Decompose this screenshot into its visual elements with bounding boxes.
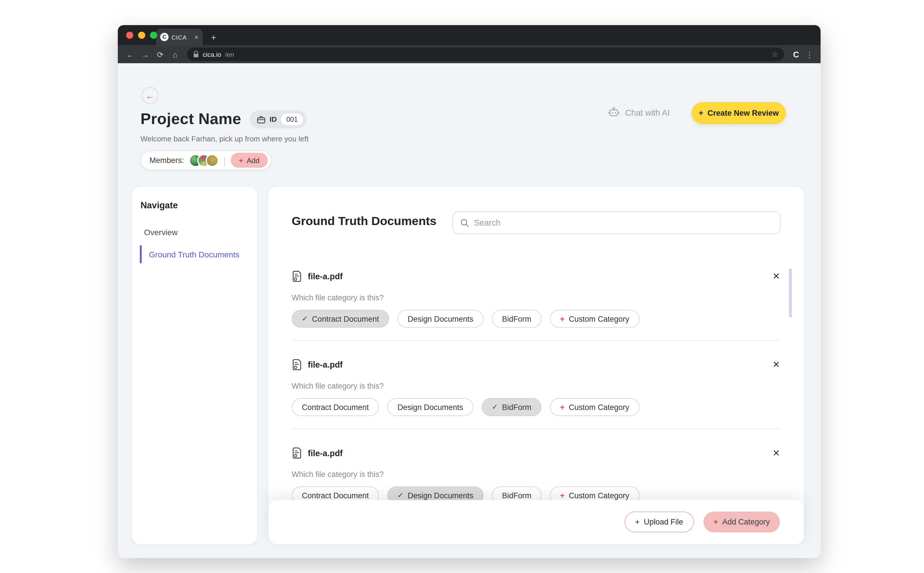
remove-file-icon[interactable]: ✕ <box>772 448 780 459</box>
bookmark-star-icon[interactable]: ☆ <box>772 50 778 59</box>
browser-window: C CICA × + ← → ⟳ ⌂ cica.io/en ☆ C ⋮ ← <box>118 25 820 558</box>
cica-logo-icon: C <box>793 50 799 59</box>
entry-divider <box>292 340 780 341</box>
chip-label: Custom Category <box>569 402 629 412</box>
page-content: ← Project Name ID 001 Chat with AI + Cre… <box>118 63 820 558</box>
remove-file-icon[interactable]: ✕ <box>772 359 780 370</box>
upload-file-label: Upload File <box>644 518 683 526</box>
back-icon[interactable]: ← <box>125 50 136 59</box>
add-member-button[interactable]: + Add <box>231 153 268 168</box>
search-icon <box>460 218 469 227</box>
tab-close-icon[interactable]: × <box>195 33 199 41</box>
create-new-review-button[interactable]: + Create New Review <box>692 102 786 124</box>
chip-label: Design Documents <box>408 491 473 500</box>
create-new-review-label: Create New Review <box>708 109 779 118</box>
chat-with-ai-button[interactable]: Chat with AI <box>608 104 670 122</box>
file-entry: file-a.pdf ✕ Which file category is this… <box>292 444 780 504</box>
category-chip-contract-document[interactable]: ✓ Contract Document <box>292 310 389 328</box>
members-bar: Members: | + Add <box>140 150 271 170</box>
chip-label: Contract Document <box>302 402 369 412</box>
file-entry: file-a.pdf ✕ Which file category is this… <box>292 356 780 416</box>
members-divider: | <box>223 155 226 165</box>
plus-icon: + <box>635 518 640 526</box>
briefcase-icon <box>257 116 265 123</box>
chip-label: Custom Category <box>569 314 629 323</box>
plus-icon: + <box>239 156 243 164</box>
home-icon[interactable]: ⌂ <box>170 50 180 59</box>
chip-label: Contract Document <box>312 314 379 323</box>
upload-file-button[interactable]: + Upload File <box>624 512 694 532</box>
id-label: ID <box>270 115 277 124</box>
file-name: file-a.pdf <box>308 271 343 281</box>
project-id-badge: ID 001 <box>250 111 307 128</box>
member-avatars <box>189 154 219 167</box>
sidebar-item-overview[interactable]: Overview <box>144 228 177 237</box>
welcome-subtitle: Welcome back Farhan, pick up from where … <box>140 135 308 143</box>
remove-file-icon[interactable]: ✕ <box>772 271 780 282</box>
check-icon: ✓ <box>492 403 498 411</box>
search-box <box>452 211 781 234</box>
address-bar[interactable]: cica.io/en ☆ <box>187 48 784 61</box>
maximize-window-button[interactable] <box>150 32 157 39</box>
category-chip-bidform[interactable]: BidForm <box>492 310 541 328</box>
minimize-window-button[interactable] <box>138 32 145 39</box>
browser-tab-strip: C CICA × + <box>118 25 820 45</box>
chip-label: Contract Document <box>302 491 369 500</box>
file-name: file-a.pdf <box>308 360 343 369</box>
avatar <box>206 154 219 167</box>
chip-label: BidForm <box>502 491 531 500</box>
chip-label: Custom Category <box>569 491 629 500</box>
category-chip-design-documents[interactable]: Design Documents <box>387 398 473 416</box>
members-label: Members: <box>149 156 184 165</box>
category-question: Which file category is this? <box>292 293 780 302</box>
robot-icon <box>608 107 620 119</box>
plus-icon: + <box>714 518 718 526</box>
category-question: Which file category is this? <box>292 381 780 390</box>
refresh-icon[interactable]: ⟳ <box>155 50 165 59</box>
file-attachment-icon <box>292 359 302 371</box>
add-category-button[interactable]: + Add Category <box>703 512 780 532</box>
new-tab-icon[interactable]: + <box>211 32 216 42</box>
chip-label: BidForm <box>502 402 531 412</box>
url-path: /en <box>225 51 234 58</box>
forward-icon[interactable]: → <box>140 50 151 59</box>
file-entry: file-a.pdf ✕ Which file category is this… <box>292 268 780 328</box>
search-input[interactable] <box>474 218 773 227</box>
browser-toolbar: ← → ⟳ ⌂ cica.io/en ☆ C ⋮ <box>118 45 820 63</box>
close-window-button[interactable] <box>126 32 133 39</box>
scrollbar-thumb[interactable] <box>789 269 792 318</box>
footer-action-bar: + Upload File + Add Category <box>268 500 804 544</box>
sidebar-title: Navigate <box>140 200 177 210</box>
ground-truth-documents-panel: Ground Truth Documents file-a.pdf ✕ <box>268 187 804 545</box>
custom-category-chip[interactable]: + Custom Category <box>550 310 639 328</box>
chip-label: Design Documents <box>408 314 473 323</box>
lock-icon <box>193 51 199 58</box>
category-chip-design-documents[interactable]: Design Documents <box>398 310 484 328</box>
tab-title: CICA <box>171 34 191 41</box>
back-button[interactable]: ← <box>142 87 158 104</box>
plus-icon: + <box>560 491 565 500</box>
browser-menu-icon[interactable]: ⋮ <box>806 50 813 59</box>
file-attachment-icon <box>292 447 302 459</box>
id-value: 001 <box>281 113 303 125</box>
screenshot-canvas: C CICA × + ← → ⟳ ⌂ cica.io/en ☆ C ⋮ ← <box>0 0 924 573</box>
plus-icon: + <box>560 314 565 323</box>
file-attachment-icon <box>292 270 302 282</box>
add-member-label: Add <box>246 156 259 164</box>
chat-with-ai-label: Chat with AI <box>625 108 670 117</box>
browser-tab[interactable]: C CICA × <box>156 28 202 45</box>
category-chips: ✓ Contract Document Design Documents Bid… <box>292 310 780 328</box>
page-title: Project Name <box>140 110 241 128</box>
check-icon: ✓ <box>397 492 403 500</box>
category-chip-bidform[interactable]: ✓ BidForm <box>482 398 541 416</box>
navigate-sidebar: Navigate Overview Ground Truth Documents <box>132 187 257 545</box>
chip-label: Design Documents <box>397 402 463 412</box>
category-chip-contract-document[interactable]: Contract Document <box>292 398 379 416</box>
entry-divider <box>292 429 780 429</box>
sidebar-item-ground-truth-documents[interactable]: Ground Truth Documents <box>140 245 239 263</box>
chip-label: BidForm <box>502 314 531 323</box>
window-controls <box>126 32 157 39</box>
file-name: file-a.pdf <box>308 448 343 458</box>
cica-favicon: C <box>160 33 169 41</box>
custom-category-chip[interactable]: + Custom Category <box>550 398 639 416</box>
